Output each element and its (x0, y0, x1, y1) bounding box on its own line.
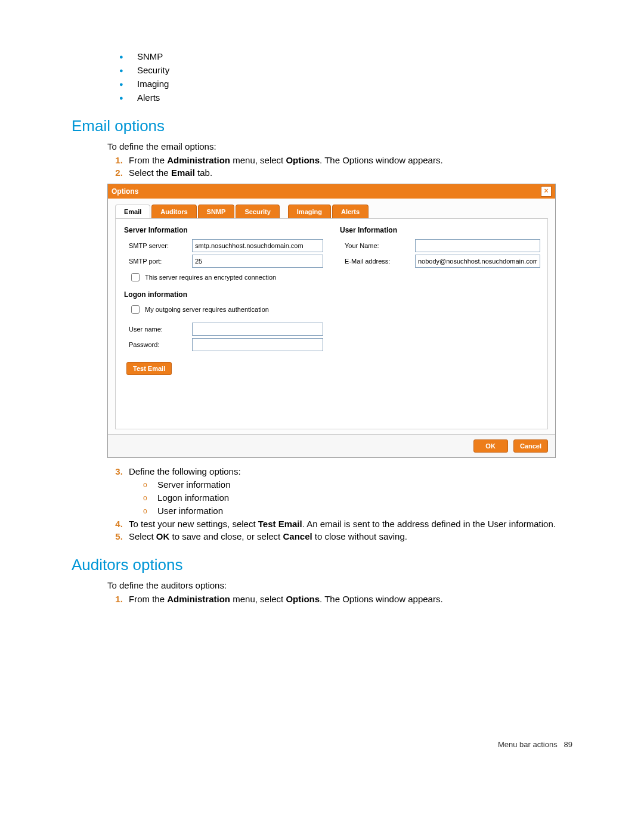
ok-button[interactable]: OK (473, 439, 508, 453)
encrypted-checkbox[interactable] (131, 273, 140, 281)
page-content: SNMP Security Imaging Alerts Email optio… (0, 0, 644, 763)
step-3-sublist: Server information Logon information Use… (143, 479, 572, 516)
dialog-titlebar: Options × (108, 184, 555, 199)
your-name-input[interactable] (415, 239, 540, 252)
step-4: To test your new settings, select Test E… (125, 519, 572, 529)
cancel-button[interactable]: Cancel (513, 439, 548, 453)
auditors-step-1: From the Administration menu, select Opt… (125, 594, 572, 604)
logon-info-title: Logon information (124, 290, 323, 299)
tab-alerts[interactable]: Alerts (332, 205, 369, 218)
footer-text: Menu bar actions (498, 740, 558, 749)
email-options-heading: Email options (72, 117, 572, 135)
right-column: User Information Your Name: E-Mail addre… (340, 226, 540, 411)
email-address-label: E-Mail address: (340, 258, 410, 265)
auditors-steps: From the Administration menu, select Opt… (107, 594, 572, 604)
options-dialog-screenshot: Options × Email Auditors SNMP Security I… (107, 184, 556, 458)
email-intro: To define the email options: (107, 141, 572, 151)
sub-item: Server information (143, 479, 572, 490)
smtp-port-input[interactable] (192, 255, 323, 268)
email-steps: From the Administration menu, select Opt… (107, 155, 572, 178)
test-email-button[interactable]: Test Email (126, 362, 172, 375)
dialog-footer: OK Cancel (108, 434, 555, 457)
email-steps-cont: Define the following options: Server inf… (107, 466, 572, 541)
list-item: Security (119, 65, 572, 75)
close-icon[interactable]: × (541, 186, 552, 197)
sub-item: Logon information (143, 493, 572, 503)
encrypted-label: This server requires an encrypted connec… (145, 274, 276, 281)
dialog-title: Options (112, 187, 138, 196)
auth-label: My outgoing server requires authenticati… (145, 306, 269, 313)
tab-snmp[interactable]: SNMP (198, 205, 235, 218)
username-label: User name: (124, 326, 187, 333)
email-address-input[interactable] (415, 255, 540, 268)
smtp-server-label: SMTP server: (124, 242, 187, 249)
your-name-label: Your Name: (340, 242, 410, 249)
step-2: Select the Email tab. (125, 168, 572, 178)
auditors-options-heading: Auditors options (72, 556, 572, 574)
username-input[interactable] (192, 323, 323, 336)
user-info-title: User Information (340, 226, 540, 234)
tab-imaging[interactable]: Imaging (288, 205, 331, 218)
sub-item: User information (143, 506, 572, 516)
left-column: Server Information SMTP server: SMTP por… (124, 226, 323, 411)
list-item: Imaging (119, 79, 572, 89)
step-5: Select OK to save and close, or select C… (125, 531, 572, 541)
password-input[interactable] (192, 338, 323, 351)
password-label: Password: (124, 341, 187, 348)
page-number: 89 (564, 740, 572, 749)
continuation-bullet-list: SNMP Security Imaging Alerts (119, 51, 572, 103)
step-1: From the Administration menu, select Opt… (125, 155, 572, 165)
tab-email[interactable]: Email (115, 205, 150, 218)
page-footer: Menu bar actions 89 (498, 740, 572, 749)
list-item: SNMP (119, 51, 572, 61)
smtp-server-input[interactable] (192, 239, 323, 252)
auth-checkbox[interactable] (131, 305, 140, 314)
list-item: Alerts (119, 92, 572, 103)
smtp-port-label: SMTP port: (124, 258, 187, 265)
step-3: Define the following options: Server inf… (125, 466, 572, 516)
tab-auditors[interactable]: Auditors (151, 205, 196, 218)
tab-security[interactable]: Security (236, 205, 279, 218)
auditors-intro: To define the auditors options: (107, 580, 572, 590)
tabs-row: Email Auditors SNMP Security Imaging Ale… (115, 205, 548, 218)
server-info-title: Server Information (124, 226, 323, 234)
